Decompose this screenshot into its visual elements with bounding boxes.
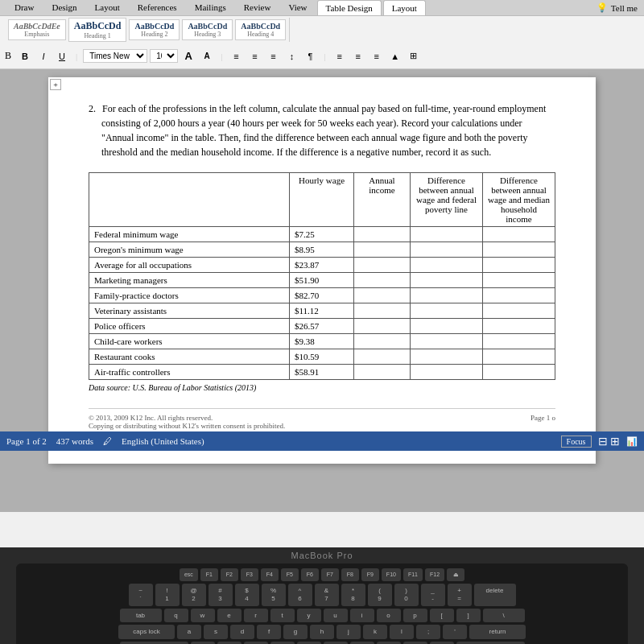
font-size-select[interactable]: 10 12 14 <box>150 49 178 63</box>
cell-annual-income[interactable] <box>354 273 411 288</box>
key-q[interactable]: q <box>164 609 188 623</box>
key-h[interactable]: h <box>310 625 334 639</box>
cell-diff-poverty[interactable] <box>411 288 483 303</box>
cell-diff-median[interactable] <box>483 319 555 334</box>
key-g[interactable]: g <box>283 625 308 639</box>
key-f11[interactable]: F11 <box>403 568 423 581</box>
sort-button[interactable]: ↕ <box>283 50 299 63</box>
cell-diff-poverty[interactable] <box>411 319 483 334</box>
cell-diff-median[interactable] <box>483 258 555 273</box>
key-delete[interactable]: delete <box>474 584 516 605</box>
key-f3[interactable]: F3 <box>241 568 258 581</box>
cell-diff-poverty[interactable] <box>411 334 483 349</box>
key-f10[interactable]: F10 <box>382 568 401 581</box>
insert-button[interactable]: + <box>50 79 61 90</box>
tab-review[interactable]: Review <box>236 0 279 15</box>
cell-annual-income[interactable] <box>354 288 411 303</box>
cell-diff-median[interactable] <box>483 288 555 303</box>
cell-annual-income[interactable] <box>354 349 411 365</box>
key-f8[interactable]: F8 <box>341 568 359 581</box>
indent-button[interactable]: ≡ <box>332 50 348 63</box>
key-f1[interactable]: F1 <box>200 568 218 581</box>
cell-diff-median[interactable] <box>483 349 555 365</box>
shading-button[interactable]: ▲ <box>387 50 403 63</box>
increase-font-button[interactable]: A <box>180 48 196 64</box>
key-w[interactable]: w <box>191 609 215 623</box>
key-f[interactable]: f <box>257 625 281 639</box>
cell-annual-income[interactable] <box>354 334 411 349</box>
key-equals[interactable]: += <box>448 584 472 605</box>
zoom-slider[interactable]: 📊 <box>626 436 638 447</box>
style-heading2[interactable]: AaBbCcDd Heading 2 <box>129 19 180 40</box>
key-backtick[interactable]: ~` <box>129 584 153 605</box>
key-minus[interactable]: _- <box>421 584 445 605</box>
key-f4[interactable]: F4 <box>261 568 279 581</box>
key-1[interactable]: !1 <box>155 584 180 605</box>
focus-button[interactable]: Focus <box>561 436 592 448</box>
key-6[interactable]: ^6 <box>288 584 312 605</box>
cell-diff-poverty[interactable] <box>411 242 483 258</box>
tab-draw[interactable]: Draw <box>6 0 42 15</box>
key-7[interactable]: &7 <box>315 584 339 605</box>
key-tab[interactable]: tab <box>120 609 162 623</box>
cell-diff-poverty[interactable] <box>411 303 483 319</box>
align-center-button[interactable]: ≡ <box>246 50 262 63</box>
key-p[interactable]: p <box>403 609 427 623</box>
align-left-button[interactable]: ≡ <box>228 50 244 63</box>
decrease-font-button[interactable]: A <box>199 50 215 62</box>
borders-button[interactable]: ⊞ <box>406 49 422 63</box>
underline-button[interactable]: U <box>54 50 70 63</box>
key-f9[interactable]: F9 <box>361 568 379 581</box>
key-y[interactable]: y <box>297 609 321 623</box>
cell-diff-poverty[interactable] <box>411 273 483 288</box>
key-f2[interactable]: F2 <box>221 568 238 581</box>
key-quote[interactable]: ' <box>443 625 467 639</box>
key-backslash[interactable]: \ <box>483 609 525 623</box>
bullets-button[interactable]: ≡ <box>369 50 385 63</box>
cell-diff-poverty[interactable] <box>411 258 483 273</box>
key-5[interactable]: %5 <box>262 584 286 605</box>
tab-mailings[interactable]: Mailings <box>187 0 234 15</box>
font-family-select[interactable]: Times New Roman <box>83 49 147 63</box>
key-i[interactable]: i <box>350 609 374 623</box>
key-o[interactable]: o <box>377 609 401 623</box>
cell-diff-poverty[interactable] <box>411 227 483 242</box>
key-f6[interactable]: F6 <box>301 568 319 581</box>
cell-diff-median[interactable] <box>483 334 555 349</box>
key-power[interactable]: ⏏ <box>447 568 464 581</box>
cell-annual-income[interactable] <box>354 227 411 242</box>
key-r[interactable]: r <box>244 609 268 623</box>
cell-annual-income[interactable] <box>354 242 411 258</box>
key-caps[interactable]: caps lock <box>118 625 175 639</box>
style-emphasis[interactable]: AaBbCcDdEe Emphasis <box>8 19 66 40</box>
tab-references[interactable]: References <box>130 0 185 15</box>
key-e[interactable]: e <box>217 609 242 623</box>
cell-diff-poverty[interactable] <box>411 349 483 365</box>
key-semicolon[interactable]: ; <box>416 625 440 639</box>
key-f12[interactable]: F12 <box>425 568 444 581</box>
key-8[interactable]: *8 <box>341 584 365 605</box>
cell-annual-income[interactable] <box>354 365 411 380</box>
italic-button[interactable]: I <box>35 50 52 63</box>
key-9[interactable]: (9 <box>368 584 392 605</box>
cell-diff-median[interactable] <box>483 242 555 258</box>
cell-diff-poverty[interactable] <box>411 365 483 380</box>
cell-annual-income[interactable] <box>354 319 411 334</box>
key-a[interactable]: a <box>177 625 201 639</box>
key-d[interactable]: d <box>230 625 254 639</box>
align-right-button[interactable]: ≡ <box>265 50 281 63</box>
cell-diff-median[interactable] <box>483 365 555 380</box>
key-u[interactable]: u <box>324 609 348 623</box>
tab-layout[interactable]: Layout <box>87 0 128 15</box>
view-buttons[interactable]: ⊟ ⊞ <box>598 435 621 448</box>
key-bracket-left[interactable]: [ <box>430 609 454 623</box>
key-j[interactable]: j <box>336 625 361 639</box>
style-heading3[interactable]: AaBbCcDd Heading 3 <box>182 19 233 40</box>
outdent-button[interactable]: ≡ <box>350 50 366 63</box>
cell-annual-income[interactable] <box>354 303 411 319</box>
key-l[interactable]: l <box>390 625 414 639</box>
tab-table-layout[interactable]: Layout <box>383 0 426 15</box>
style-heading1[interactable]: AaBbCcDd Heading 1 <box>68 18 127 42</box>
key-2[interactable]: @2 <box>182 584 206 605</box>
cell-diff-median[interactable] <box>483 273 555 288</box>
